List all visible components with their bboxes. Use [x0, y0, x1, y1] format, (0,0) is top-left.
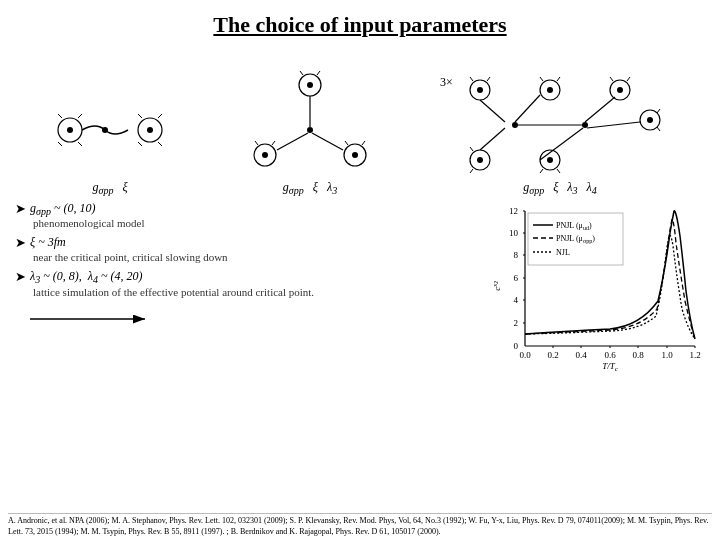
svg-line-61 [540, 128, 583, 160]
multiplier-label: 3× [440, 75, 453, 90]
svg-point-46 [477, 157, 483, 163]
diagram-group-2: gσpp ξ λ3 [240, 70, 380, 196]
bullet-arrow-2: ➤ [15, 235, 26, 251]
svg-line-59 [585, 97, 615, 122]
svg-text:0.4: 0.4 [575, 350, 587, 360]
bullet-3: ➤ λ3 ~ (0, 8), λ4 ~ (4, 20) lattice simu… [15, 269, 475, 297]
svg-line-39 [610, 77, 613, 81]
chart-panel: 0 2 4 6 8 10 12 0.0 0.2 0.4 [490, 201, 705, 371]
svg-text:1.0: 1.0 [661, 350, 673, 360]
bullet-1: ➤ gσpp ~ (0, 10) phenomenological model [15, 201, 475, 229]
svg-text:8: 8 [514, 250, 519, 260]
bullet-2: ➤ ξ ~ 3fm near the critical point, criti… [15, 235, 475, 263]
svg-line-56 [515, 95, 540, 122]
svg-text:0.2: 0.2 [547, 350, 558, 360]
svg-point-3 [147, 127, 153, 133]
svg-point-53 [512, 122, 518, 128]
svg-line-35 [540, 77, 543, 81]
diagram-label-1: gσpp ξ [92, 180, 127, 196]
bullet-subtext-2: near the critical point, critical slowin… [33, 251, 475, 263]
svg-text:12: 12 [509, 206, 518, 216]
svg-text:2: 2 [514, 318, 519, 328]
svg-line-43 [657, 109, 660, 113]
svg-line-40 [627, 77, 630, 81]
bullet-subtext-1: phenomenological model [33, 217, 475, 229]
chart-svg: 0 2 4 6 8 10 12 0.0 0.2 0.4 [490, 201, 705, 371]
svg-line-7 [58, 142, 62, 146]
diagram-svg-2 [240, 70, 380, 180]
svg-line-51 [540, 169, 543, 173]
bullet-subtext-3: lattice simulation of the effective pote… [33, 286, 475, 298]
svg-point-1 [67, 127, 73, 133]
svg-line-5 [58, 114, 62, 118]
bullets-panel: ➤ gσpp ~ (0, 10) phenomenological model … [15, 201, 490, 371]
svg-point-34 [547, 87, 553, 93]
svg-point-18 [262, 152, 268, 158]
diagram-label-3: gσpp ξ λ3 λ4 [523, 180, 596, 196]
svg-text:NJL: NJL [556, 248, 570, 257]
svg-text:6: 6 [514, 273, 519, 283]
diagram-svg-1 [50, 80, 170, 180]
svg-text:cs²: cs² [491, 281, 502, 291]
svg-text:0.0: 0.0 [519, 350, 531, 360]
svg-line-28 [312, 133, 343, 150]
svg-line-44 [657, 127, 660, 131]
svg-point-42 [647, 117, 653, 123]
diagram-group-3: 3× [450, 70, 670, 196]
svg-text:10: 10 [509, 228, 519, 238]
svg-line-52 [557, 169, 560, 173]
bullet-arrow-3: ➤ [15, 269, 26, 285]
bullet-math-2: ξ ~ 3fm [30, 235, 66, 250]
svg-point-22 [352, 152, 358, 158]
svg-line-31 [470, 77, 473, 81]
svg-point-25 [307, 127, 313, 133]
svg-line-55 [480, 100, 505, 122]
svg-point-50 [547, 157, 553, 163]
svg-line-20 [272, 141, 275, 145]
bullet-math-3: λ3 ~ (0, 8), λ4 ~ (4, 20) [30, 269, 142, 285]
svg-line-15 [300, 71, 303, 75]
svg-line-16 [317, 71, 320, 75]
svg-text:0.8: 0.8 [632, 350, 644, 360]
svg-line-48 [470, 169, 473, 173]
svg-line-32 [487, 77, 490, 81]
svg-point-4 [102, 127, 108, 133]
svg-line-9 [138, 114, 142, 118]
svg-line-6 [78, 114, 82, 118]
svg-line-19 [255, 141, 258, 145]
svg-text:0: 0 [514, 341, 519, 351]
svg-text:4: 4 [514, 295, 519, 305]
svg-line-57 [480, 128, 505, 150]
svg-line-12 [158, 142, 162, 146]
svg-line-23 [345, 141, 348, 145]
references: A. Andronic, et al. NPA (2006); M. A. St… [8, 513, 712, 538]
svg-line-60 [587, 122, 640, 128]
page-title: The choice of input parameters [0, 0, 720, 46]
diagram-svg-3 [450, 70, 670, 180]
diagram-label-2: gσpp ξ λ3 [283, 180, 337, 196]
bullet-arrow-1: ➤ [15, 201, 26, 217]
arrow-svg [25, 306, 155, 331]
svg-point-38 [617, 87, 623, 93]
svg-line-36 [557, 77, 560, 81]
svg-point-14 [307, 82, 313, 88]
svg-text:T/Tc: T/Tc [602, 361, 619, 371]
svg-line-11 [138, 142, 142, 146]
diagram-group-1: gσpp ξ [50, 80, 170, 196]
svg-point-54 [582, 122, 588, 128]
svg-point-30 [477, 87, 483, 93]
svg-line-24 [362, 141, 365, 145]
bullet-math-1: gσpp ~ (0, 10) [30, 201, 95, 217]
svg-text:0.6: 0.6 [604, 350, 616, 360]
svg-text:1.2: 1.2 [689, 350, 700, 360]
svg-line-8 [78, 142, 82, 146]
svg-line-27 [277, 133, 308, 150]
svg-line-47 [470, 147, 473, 151]
svg-line-10 [158, 114, 162, 118]
